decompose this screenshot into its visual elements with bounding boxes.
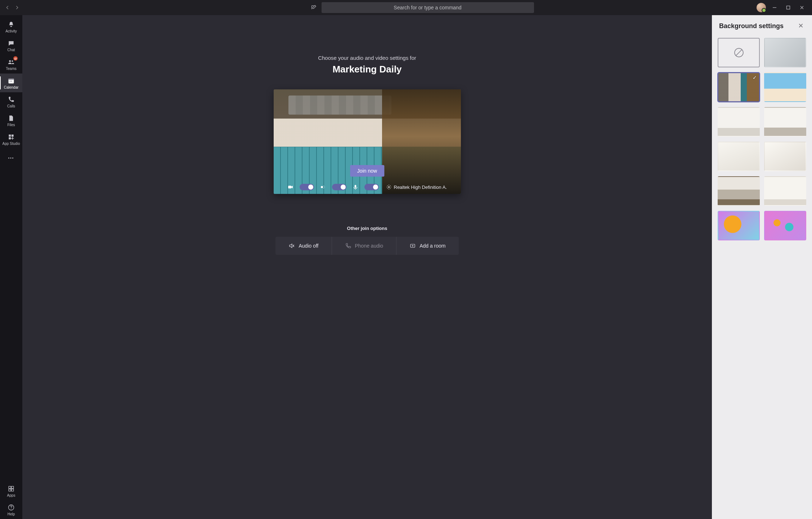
close-panel-button[interactable] — [798, 23, 805, 30]
svg-rect-4 — [9, 79, 14, 80]
bg-thumb-balloons2[interactable] — [764, 211, 806, 240]
option-label: Audio off — [299, 243, 318, 249]
search-placeholder: Search for or type a command — [394, 5, 461, 10]
svg-rect-10 — [9, 486, 11, 488]
prejoin-stage: Choose your audio and video settings for… — [22, 15, 712, 519]
svg-rect-23 — [411, 244, 415, 248]
blur-icon — [320, 184, 326, 190]
sidebar-item-label: Calendar — [4, 85, 19, 89]
bell-icon — [7, 21, 15, 28]
bg-thumb-none[interactable] — [718, 38, 760, 67]
device-label: Realtek High Definition A... — [394, 185, 447, 190]
svg-point-15 — [11, 508, 12, 509]
sidebar-item-help[interactable]: Help — [0, 500, 22, 519]
gear-icon — [386, 184, 392, 190]
sidebar-item-calendar[interactable]: Calendar — [0, 74, 22, 92]
sidebar-item-label: Calls — [7, 104, 15, 108]
preview-controls: Realtek High Definition A... — [274, 184, 461, 190]
bg-thumb-room5[interactable] — [764, 176, 806, 206]
user-avatar[interactable] — [757, 3, 766, 12]
svg-rect-9 — [9, 137, 11, 139]
svg-point-22 — [388, 186, 390, 188]
window-close[interactable] — [797, 3, 807, 13]
bg-thumb-room3[interactable] — [718, 142, 760, 171]
window-minimize[interactable] — [770, 3, 780, 13]
bg-thumb-room2[interactable] — [764, 107, 806, 137]
window-maximize[interactable] — [783, 3, 793, 13]
video-icon — [287, 184, 294, 190]
bg-thumb-lockers[interactable]: ✓ — [718, 72, 760, 102]
sidebar-item-chat[interactable]: Chat — [0, 36, 22, 55]
meeting-title: Marketing Daily — [332, 64, 401, 75]
sidebar-item-activity[interactable]: Activity — [0, 17, 22, 36]
phone-audio-option[interactable]: Phone audio — [332, 237, 397, 255]
blur-toggle[interactable] — [332, 184, 346, 190]
back-button[interactable] — [4, 4, 11, 11]
sidebar-item-label: Teams — [6, 67, 16, 71]
title-bar: Search for or type a command — [0, 0, 812, 15]
add-room-option[interactable]: Add a room — [396, 237, 458, 255]
app-rail: Activity Chat Teams @ Calendar Calls — [0, 15, 22, 519]
svg-point-17 — [321, 186, 323, 188]
other-join-options: Audio off Phone audio Add a room — [275, 237, 458, 255]
svg-rect-5 — [10, 81, 10, 82]
bg-thumb-beach[interactable] — [764, 72, 806, 102]
phone-icon — [345, 243, 351, 249]
svg-point-18 — [323, 186, 324, 186]
svg-point-1 — [9, 60, 11, 62]
calendar-icon — [7, 77, 15, 85]
svg-rect-21 — [354, 185, 356, 188]
background-grid: ✓ — [712, 34, 812, 244]
sidebar-item-label: Chat — [7, 48, 15, 52]
svg-rect-16 — [288, 186, 291, 188]
bg-thumb-room4[interactable] — [764, 142, 806, 171]
svg-point-20 — [323, 188, 324, 188]
svg-point-19 — [324, 187, 325, 187]
forward-button[interactable] — [14, 4, 20, 11]
option-label: Phone audio — [355, 243, 383, 249]
sidebar-item-label: App Studio — [3, 142, 20, 146]
sidebar-overflow[interactable]: ••• — [0, 148, 22, 167]
room-icon — [409, 243, 416, 249]
bg-thumb-room1[interactable] — [718, 107, 760, 137]
sidebar-item-appstudio[interactable]: App Studio — [0, 130, 22, 148]
sidebar-item-files[interactable]: Files — [0, 111, 22, 130]
compose-icon[interactable] — [310, 4, 317, 11]
svg-rect-7 — [9, 134, 11, 137]
bg-thumb-blur[interactable] — [764, 38, 806, 67]
mic-toggle[interactable] — [364, 184, 379, 190]
bg-thumb-balloons1[interactable] — [718, 211, 760, 240]
join-now-button[interactable]: Join now — [350, 165, 384, 177]
apps-icon — [7, 485, 15, 493]
video-toggle[interactable] — [300, 184, 314, 190]
panel-title: Background settings — [719, 22, 784, 30]
appstudio-icon — [7, 133, 15, 141]
sidebar-item-label: Activity — [5, 29, 17, 33]
sidebar-item-apps[interactable]: Apps — [0, 482, 22, 500]
svg-rect-13 — [12, 489, 14, 491]
option-label: Add a room — [420, 243, 445, 249]
sidebar-item-label: Files — [7, 123, 15, 127]
mention-badge: @ — [13, 56, 18, 61]
bg-thumb-loft[interactable] — [718, 176, 760, 206]
check-icon: ✓ — [753, 75, 757, 80]
svg-rect-0 — [787, 6, 790, 9]
chat-icon — [7, 39, 15, 47]
sidebar-item-label: Help — [8, 512, 15, 516]
device-selector[interactable]: Realtek High Definition A... — [386, 184, 447, 190]
sidebar-item-calls[interactable]: Calls — [0, 92, 22, 111]
svg-rect-11 — [12, 486, 14, 488]
sidebar-item-label: Apps — [7, 493, 15, 497]
other-options-label: Other join options — [347, 226, 387, 231]
svg-point-24 — [412, 245, 413, 247]
mic-icon — [352, 184, 359, 190]
audio-off-option[interactable]: Audio off — [275, 237, 332, 255]
svg-point-2 — [12, 60, 13, 62]
svg-rect-6 — [11, 81, 12, 82]
prejoin-prompt: Choose your audio and video settings for — [318, 55, 416, 61]
sidebar-item-teams[interactable]: Teams @ — [0, 55, 22, 74]
svg-rect-12 — [9, 489, 11, 491]
search-input[interactable]: Search for or type a command — [322, 2, 534, 13]
background-settings-panel: Background settings ✓ — [712, 15, 812, 519]
file-icon — [7, 114, 15, 122]
